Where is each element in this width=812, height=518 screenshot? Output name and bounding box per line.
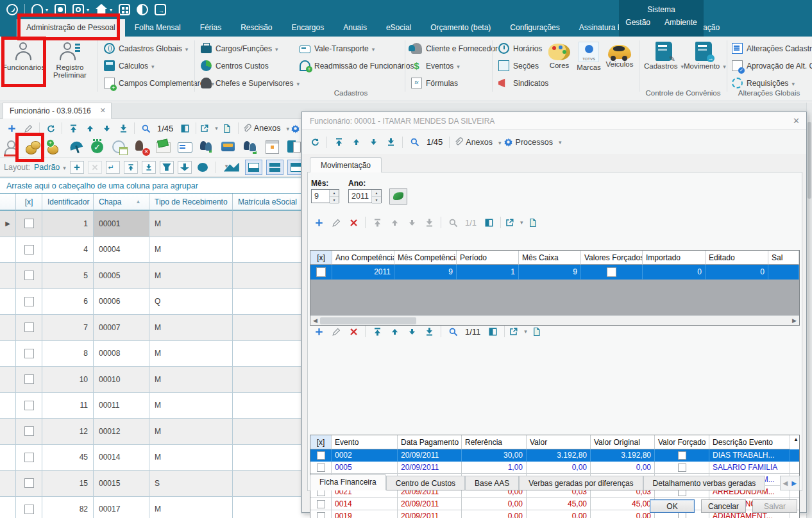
checkbox[interactable] — [316, 267, 326, 277]
ribbon-item-centros-custos[interactable]: Centros Custos — [201, 57, 300, 74]
menu-tab[interactable]: Orçamento (beta) — [421, 19, 500, 37]
search-button[interactable] — [445, 324, 461, 339]
row-checkbox-cell[interactable] — [16, 419, 42, 445]
menu-tab[interactable]: Férias — [190, 19, 231, 37]
ribbon-item-cliente-fornecedor[interactable]: Cliente e Fornecedor — [411, 40, 498, 57]
next-record-button[interactable] — [404, 324, 419, 339]
wrap-icon[interactable]: ↵ — [106, 161, 120, 174]
checkbox[interactable] — [24, 349, 34, 358]
previous-record-button[interactable] — [82, 121, 97, 136]
row-checkbox-cell[interactable] — [16, 497, 42, 518]
row-checkbox-cell[interactable] — [16, 237, 42, 263]
col-sal[interactable]: Sal — [768, 251, 799, 265]
next-record-button[interactable] — [366, 135, 381, 150]
previous-record-button[interactable] — [387, 324, 402, 339]
last-record-button[interactable] — [115, 121, 131, 136]
search-button[interactable] — [445, 215, 461, 230]
ribbon-item-aprovacao[interactable]: Aprovação de Alt. Cada — [732, 57, 812, 74]
checkbox[interactable] — [24, 401, 34, 410]
checkbox[interactable] — [24, 374, 34, 384]
checkbox[interactable] — [317, 451, 325, 460]
column-header-identificador[interactable]: Identificador — [42, 194, 94, 211]
badge-card-icon[interactable] — [177, 139, 193, 155]
ribbon-item-secoes[interactable]: Seções — [498, 57, 548, 74]
ribbon-item-chefes-supervisores[interactable]: Chefes e Supervisores — [201, 74, 300, 92]
col-valores-forcados[interactable]: Valores Forçados — [581, 251, 643, 265]
ribbon-item-calculos[interactable]: Cálculos — [104, 57, 214, 74]
row-checkbox-cell[interactable] — [16, 445, 42, 471]
col-data-pagamento[interactable]: Data Pagamento — [398, 435, 462, 449]
save-button[interactable]: Salvar — [752, 499, 797, 513]
previous-record-button[interactable] — [348, 135, 364, 150]
detail-tab[interactable]: Centro de Custos — [386, 476, 465, 490]
processes-button[interactable]: Processos — [503, 135, 562, 150]
detail-tab[interactable]: Verbas geradas por diferenças — [519, 476, 643, 490]
checkbox[interactable] — [317, 512, 325, 518]
ribbon-item-alteracoes-cadastrais[interactable]: Alterações Cadastrais — [732, 40, 812, 57]
collapse-all-icon[interactable] — [88, 161, 102, 174]
checkbox[interactable] — [317, 464, 325, 472]
checkbox[interactable] — [678, 464, 686, 472]
detail-tab[interactable]: Detalhamento verbas geradas — [643, 476, 766, 490]
mes-stepper[interactable]: 9 ▲▼ — [311, 189, 339, 203]
tab-scroll-arrows[interactable]: ◀ ▶ — [780, 476, 800, 490]
view-split-horizontal-icon[interactable] — [266, 160, 283, 175]
row-checkbox-cell[interactable] — [16, 211, 42, 237]
column-header-chapa[interactable]: Chapa — [94, 194, 149, 211]
menu-tab-ambiente[interactable]: Ambiente — [661, 18, 701, 35]
row-checkbox-cell[interactable] — [16, 367, 42, 393]
checkbox[interactable] — [24, 453, 34, 462]
refresh-button[interactable] — [43, 121, 58, 136]
detail-tab[interactable]: Ficha Financeira — [310, 474, 386, 490]
edit-button[interactable] — [328, 324, 344, 339]
ribbon-item-campos-complementares[interactable]: Campos Complementares — [104, 74, 214, 92]
first-record-button[interactable] — [369, 215, 385, 230]
team-add-icon[interactable] — [242, 139, 258, 155]
close-tab-icon[interactable]: ✕ — [100, 106, 106, 119]
coins-add-icon[interactable] — [46, 139, 62, 155]
col-referencia[interactable]: Referência — [462, 435, 527, 449]
checkbox[interactable] — [24, 297, 34, 306]
ribbon-item-horarios[interactable]: Horários — [498, 40, 548, 57]
move-down-icon[interactable] — [142, 161, 156, 174]
vertical-scrollbar[interactable] — [806, 103, 812, 518]
delete-button[interactable] — [346, 215, 361, 230]
ribbon-item-vale-transporte[interactable]: Vale-Transporte — [300, 40, 414, 57]
col-mes-competencia[interactable]: Mês Competência — [394, 251, 457, 265]
ribbon-item-formulas[interactable]: fxFórmulas — [411, 74, 498, 92]
dialog-close-icon[interactable]: ✕ — [793, 116, 800, 126]
competencia-row[interactable]: 2011 9 1 9 0 0 — [310, 265, 799, 280]
report-button[interactable] — [529, 324, 545, 339]
col-periodo[interactable]: Período — [457, 251, 519, 265]
checkbox[interactable] — [24, 322, 34, 332]
wallet-icon[interactable] — [221, 139, 237, 155]
ok-button[interactable]: OK — [650, 499, 695, 513]
add-button[interactable] — [311, 215, 326, 230]
ribbon-item-sindicatos[interactable]: Sindicatos — [498, 74, 548, 92]
export-button[interactable] — [509, 324, 527, 339]
approval-check-icon[interactable] — [90, 139, 106, 155]
columns-button[interactable] — [177, 121, 192, 136]
menu-tab-gestao[interactable]: Gestão — [622, 18, 654, 35]
column-header-tipo[interactable]: Tipo de Recebimento — [149, 194, 233, 211]
checkbox[interactable] — [24, 478, 34, 488]
row-checkbox-cell[interactable] — [16, 471, 42, 497]
last-record-button[interactable] — [383, 135, 398, 150]
last-record-button[interactable] — [421, 324, 437, 339]
search-button[interactable] — [138, 121, 153, 136]
columns-button[interactable] — [485, 324, 500, 339]
row-checkbox-cell[interactable] — [16, 393, 42, 419]
col-importado[interactable]: Importado — [643, 251, 706, 265]
checkbox[interactable] — [24, 426, 34, 436]
checkbox[interactable] — [607, 267, 616, 277]
stepper-arrows[interactable]: ▲▼ — [329, 190, 339, 203]
next-record-button[interactable] — [99, 121, 114, 136]
ano-stepper[interactable]: 2011 ▲▼ — [348, 189, 382, 203]
attachments-button[interactable]: Anexos — [242, 121, 289, 136]
export-button[interactable] — [505, 215, 523, 230]
ribbon-item-readmissao[interactable]: Readmissão de Funcionários — [300, 57, 414, 74]
previous-record-button[interactable] — [387, 215, 402, 230]
menu-tab[interactable]: Anuais — [334, 19, 376, 37]
search-button[interactable] — [407, 135, 422, 150]
col-valor-forcado[interactable]: Valor Forçado — [655, 435, 709, 449]
